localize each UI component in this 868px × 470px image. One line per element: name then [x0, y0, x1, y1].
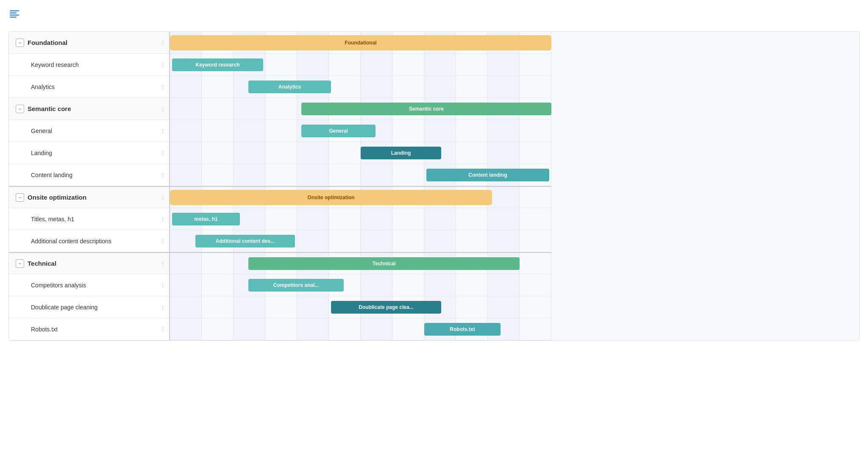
drag-handle-onsite-optimization[interactable]: ⋮ [160, 194, 165, 201]
gantt-row-semantic-core: Semantic core [170, 98, 551, 120]
svg-rect-0 [10, 10, 19, 11]
task-row-semantic-core: −Semantic core⋮ [9, 98, 169, 120]
task-row-foundational: −Foundational⋮ [9, 32, 169, 54]
task-row-robots-txt: Robots.txt⋮ [9, 318, 169, 340]
task-list: −Foundational⋮Keyword research⋮Analytics… [9, 32, 170, 340]
task-row-content-landing: Content landing⋮ [9, 164, 169, 186]
gantt-row-doublicate-page: Doublicate page clea... [170, 296, 551, 318]
bar-landing[interactable]: Landing [361, 147, 441, 159]
task-label-landing: Landing [31, 150, 156, 156]
drag-handle-robots-txt[interactable]: ⋮ [160, 326, 165, 333]
task-label-doublicate-page: Doublicate page cleaning [31, 304, 156, 311]
page: −Foundational⋮Keyword research⋮Analytics… [0, 0, 868, 470]
bar-keyword-research[interactable]: Keyword research [172, 58, 263, 71]
drag-handle-titles-metas[interactable]: ⋮ [160, 216, 165, 222]
task-row-landing: Landing⋮ [9, 142, 169, 164]
app-icon [8, 8, 20, 23]
drag-handle-doublicate-page[interactable]: ⋮ [160, 304, 165, 311]
gantt-row-foundational: Foundational [170, 32, 551, 54]
bar-foundational[interactable]: Foundational [170, 35, 551, 50]
bar-content-landing[interactable]: Content landing [426, 169, 549, 181]
task-row-onsite-optimization: −Onsite optimization⋮ [9, 186, 169, 208]
group-label-semantic-core: Semantic core [28, 105, 156, 112]
gantt-row-content-landing: Content landing [170, 164, 551, 186]
bar-competitors-analysis[interactable]: Competitors anal... [248, 279, 344, 292]
drag-handle-competitors-analysis[interactable]: ⋮ [160, 282, 165, 289]
bar-analytics[interactable]: Analytics [248, 81, 331, 93]
drag-handle-semantic-core[interactable]: ⋮ [160, 106, 165, 112]
task-row-general: General⋮ [9, 120, 169, 142]
gantt-row-technical: Technical [170, 252, 551, 274]
bar-onsite-optimization[interactable]: Onsite optimization [170, 190, 492, 205]
bar-semantic-core[interactable]: Semantic core [301, 103, 551, 115]
gantt-row-competitors-analysis: Competitors anal... [170, 274, 551, 296]
task-label-general: General [31, 128, 156, 134]
task-label-competitors-analysis: Competitors analysis [31, 282, 156, 289]
group-label-foundational: Foundational [28, 39, 156, 46]
task-row-titles-metas: Titles, metas, h1⋮ [9, 208, 169, 230]
task-row-technical: −Technical⋮ [9, 252, 169, 274]
drag-handle-analytics[interactable]: ⋮ [160, 83, 165, 90]
group-label-technical: Technical [28, 260, 156, 267]
task-row-analytics: Analytics⋮ [9, 76, 169, 98]
task-label-keyword-research: Keyword research [31, 61, 156, 68]
gantt-row-analytics: Analytics [170, 76, 551, 98]
drag-handle-general[interactable]: ⋮ [160, 128, 165, 134]
task-label-robots-txt: Robots.txt [31, 326, 156, 333]
task-row-keyword-research: Keyword research⋮ [9, 54, 169, 76]
gantt-row-keyword-research: Keyword research [170, 54, 551, 76]
gantt-row-additional-content: Additional content des... [170, 230, 551, 252]
drag-handle-foundational[interactable]: ⋮ [160, 39, 165, 46]
task-row-competitors-analysis: Competitors analysis⋮ [9, 274, 169, 296]
group-label-onsite-optimization: Onsite optimization [28, 194, 156, 201]
svg-rect-1 [10, 12, 17, 14]
drag-handle-landing[interactable]: ⋮ [160, 150, 165, 156]
gantt-row-robots-txt: Robots.txt [170, 318, 551, 340]
task-row-additional-content: Additional content descriptions⋮ [9, 230, 169, 252]
bar-robots-txt[interactable]: Robots.txt [424, 323, 501, 336]
collapse-button-foundational[interactable]: − [16, 39, 24, 47]
gantt-row-general: General [170, 120, 551, 142]
drag-handle-technical[interactable]: ⋮ [160, 260, 165, 267]
bar-titles-metas[interactable]: metas, h1 [172, 213, 240, 225]
bar-doublicate-page[interactable]: Doublicate page clea... [331, 301, 441, 314]
bar-technical[interactable]: Technical [248, 257, 520, 270]
gantt-row-titles-metas: metas, h1 [170, 208, 551, 230]
drag-handle-keyword-research[interactable]: ⋮ [160, 61, 165, 68]
collapse-button-technical[interactable]: − [16, 259, 24, 268]
bar-additional-content[interactable]: Additional content des... [195, 235, 295, 248]
svg-rect-2 [10, 14, 19, 16]
svg-rect-3 [10, 17, 17, 18]
task-label-content-landing: Content landing [31, 172, 156, 178]
gantt-row-landing: Landing [170, 142, 551, 164]
collapse-button-semantic-core[interactable]: − [16, 105, 24, 113]
gantt-chart: FoundationalKeyword researchAnalyticsSem… [170, 32, 859, 340]
drag-handle-content-landing[interactable]: ⋮ [160, 172, 165, 178]
task-label-additional-content: Additional content descriptions [31, 238, 156, 245]
task-row-doublicate-page: Doublicate page cleaning⋮ [9, 296, 169, 318]
header [8, 8, 860, 23]
drag-handle-additional-content[interactable]: ⋮ [160, 238, 165, 245]
gantt-row-onsite-optimization: Onsite optimization [170, 186, 551, 208]
task-label-analytics: Analytics [31, 83, 156, 90]
task-label-titles-metas: Titles, metas, h1 [31, 216, 156, 222]
gantt-rows: FoundationalKeyword researchAnalyticsSem… [170, 32, 551, 340]
bar-general[interactable]: General [301, 125, 376, 137]
collapse-button-onsite-optimization[interactable]: − [16, 193, 24, 202]
gantt-container: −Foundational⋮Keyword research⋮Analytics… [8, 31, 860, 341]
